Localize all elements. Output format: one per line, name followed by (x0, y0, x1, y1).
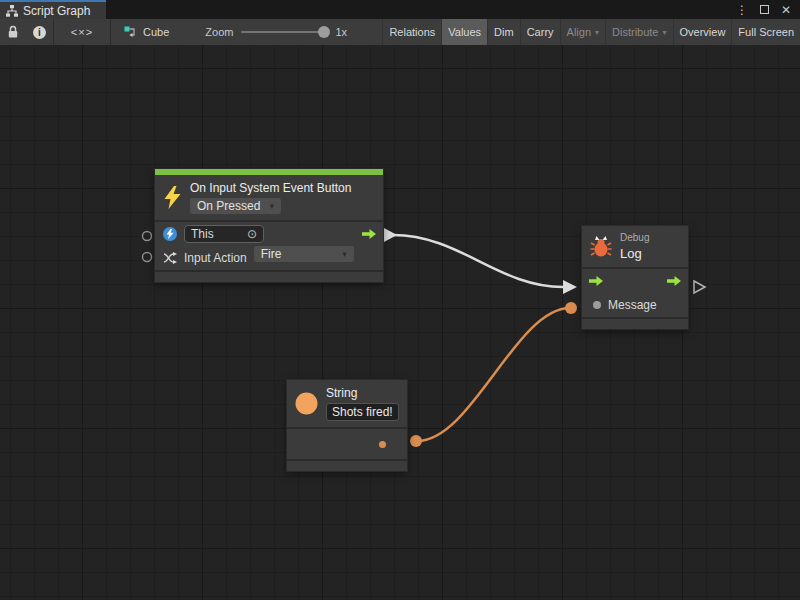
node-title: On Input System Event Button (190, 181, 351, 195)
button-label: Full Screen (738, 26, 794, 38)
debug-flow-out-port[interactable] (694, 281, 705, 293)
button-label: Align (567, 26, 591, 38)
output-row (287, 429, 407, 459)
node-header: On Input System Event Button On Pressed … (155, 175, 383, 220)
zoom-control: Zoom 1x (205, 19, 347, 45)
flow-row (582, 269, 688, 293)
zoom-slider-handle[interactable] (318, 26, 330, 38)
graph-hierarchy-icon (6, 5, 18, 17)
button-label: Distribute (612, 26, 658, 38)
toolbar-actions: Relations Values Dim Carry Align ▾ Distr… (382, 19, 800, 45)
graph-toolbar: i <×> Cube Zoom 1x Relations Values Dim … (0, 19, 800, 45)
graph-name: Cube (143, 26, 169, 38)
zoom-label: Zoom (205, 26, 233, 38)
values-button[interactable]: Values (441, 19, 487, 45)
value-wire-start-dot[interactable] (410, 435, 422, 447)
zoom-slider[interactable] (241, 31, 327, 33)
lock-button[interactable] (0, 19, 26, 45)
message-row: Message (582, 293, 688, 317)
flow-wire-start-arrow[interactable] (384, 228, 397, 242)
button-label: Overview (680, 26, 726, 38)
target-row: This ⊙ (155, 222, 383, 246)
node-footer (155, 272, 383, 282)
target-field[interactable]: This ⊙ (184, 225, 264, 243)
node-on-input-system-event-button[interactable]: On Input System Event Button On Pressed … (155, 169, 383, 282)
node-header: String Shots fired! (287, 380, 407, 427)
value-wire-end-dot[interactable] (565, 302, 577, 314)
chevron-down-icon: ▾ (269, 201, 274, 211)
chevron-down-icon: ▾ (663, 28, 667, 37)
close-icon[interactable]: ✕ (781, 4, 791, 16)
button-label: Carry (527, 26, 554, 38)
chevron-down-icon: ▾ (342, 249, 347, 259)
node-string-literal[interactable]: String Shots fired! (287, 380, 407, 471)
script-graph-asset-icon (123, 25, 137, 39)
value-wire[interactable] (417, 308, 570, 441)
node-footer (287, 461, 407, 471)
inspector-button[interactable]: i (26, 19, 53, 45)
button-label: Values (448, 26, 481, 38)
distribute-dropdown[interactable]: Distribute ▾ (605, 19, 672, 45)
node-category: Debug (620, 232, 649, 243)
string-out-port[interactable] (379, 441, 386, 448)
align-dropdown[interactable]: Align ▾ (560, 19, 605, 45)
tab-script-graph[interactable]: Script Graph (0, 0, 106, 19)
carry-button[interactable]: Carry (520, 19, 560, 45)
input-action-icon (163, 252, 177, 264)
graph-canvas[interactable]: On Input System Event Button On Pressed … (0, 45, 800, 600)
input-action-dropdown[interactable]: Fire ▾ (254, 246, 354, 262)
event-action-port[interactable] (143, 253, 152, 262)
fullscreen-button[interactable]: Full Screen (731, 19, 800, 45)
code-view-button[interactable]: <×> (54, 19, 110, 45)
button-label: Dim (494, 26, 514, 38)
input-action-row: Input Action Fire ▾ (155, 246, 383, 270)
node-header: Debug Log (582, 226, 688, 267)
flow-in-port[interactable] (588, 275, 604, 287)
button-label: Relations (389, 26, 435, 38)
maximize-icon[interactable] (760, 5, 769, 14)
string-type-icon (295, 392, 318, 415)
lock-icon (7, 25, 19, 39)
tab-title: Script Graph (23, 4, 90, 18)
tab-bar: Script Graph ⋮ ✕ (0, 0, 800, 19)
message-label: Message (608, 298, 657, 312)
zoom-value: 1x (335, 26, 347, 38)
graph-breadcrumb[interactable]: Cube (111, 19, 181, 45)
bug-icon (590, 235, 612, 258)
code-view-icon: <×> (71, 26, 93, 38)
input-action-label: Input Action (184, 251, 247, 265)
window-controls: ⋮ ✕ (736, 0, 800, 19)
input-action-value: Fire (261, 247, 282, 261)
flow-out-port[interactable] (361, 228, 377, 240)
flow-wire[interactable] (393, 235, 563, 287)
gameobject-type-icon (163, 227, 177, 241)
relations-button[interactable]: Relations (382, 19, 441, 45)
message-port[interactable] (593, 301, 601, 309)
string-value-input[interactable]: Shots fired! (326, 403, 399, 421)
node-footer (582, 319, 688, 329)
tabbar-spacer (106, 0, 736, 19)
event-target-port[interactable] (143, 232, 152, 241)
trigger-dropdown[interactable]: On Pressed ▾ (190, 198, 281, 214)
target-value: This (191, 227, 214, 241)
window-menu-icon[interactable]: ⋮ (736, 4, 748, 16)
overview-button[interactable]: Overview (673, 19, 732, 45)
dim-button[interactable]: Dim (487, 19, 520, 45)
node-title: Log (620, 246, 649, 261)
object-picker-icon: ⊙ (247, 228, 257, 240)
info-icon: i (33, 26, 46, 39)
trigger-value: On Pressed (197, 199, 260, 213)
chevron-down-icon: ▾ (595, 28, 599, 37)
node-debug-log[interactable]: Debug Log Message (582, 226, 688, 329)
node-title: String (326, 386, 399, 400)
flow-out-port[interactable] (666, 275, 682, 287)
flow-wire-end-arrow[interactable] (563, 280, 577, 294)
lightning-icon (163, 186, 182, 209)
